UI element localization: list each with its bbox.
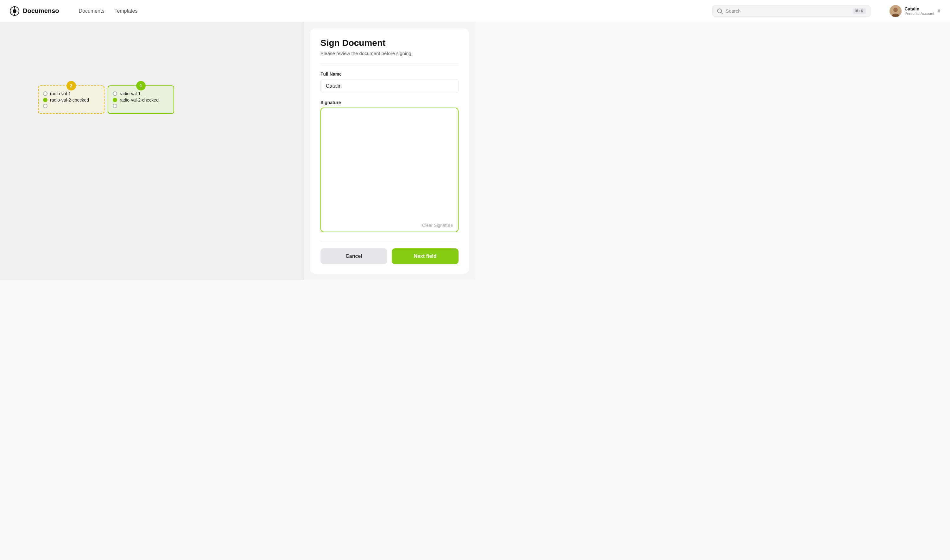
header: Documenso Documents Templates Search ⌘+K… — [0, 0, 475, 22]
radio-label-yellow-1: radio-val-1 — [50, 91, 71, 96]
main-nav: Documents Templates — [75, 6, 141, 16]
radio-option-green-1[interactable]: radio-val-1 — [113, 91, 169, 96]
radio-circle-yellow-2 — [43, 98, 48, 102]
nav-documents[interactable]: Documents — [75, 6, 108, 16]
nav-templates[interactable]: Templates — [111, 6, 141, 16]
signature-box[interactable]: Clear Signature — [321, 108, 458, 232]
radio-label-green-1: radio-val-1 — [120, 91, 140, 96]
field-badge-yellow: 2 — [66, 81, 76, 91]
radio-option-green-3[interactable] — [113, 104, 169, 108]
radio-field-yellow[interactable]: 2 radio-val-1 radio-val-2-checked — [38, 85, 105, 114]
full-name-input[interactable] — [321, 79, 458, 93]
cancel-button[interactable]: Cancel — [321, 248, 387, 264]
clear-signature-button[interactable]: Clear Signature — [422, 223, 453, 228]
svg-point-1 — [13, 9, 17, 13]
radio-circle-yellow-3 — [43, 104, 48, 108]
signature-label: Signature — [321, 100, 458, 105]
logo-icon — [9, 6, 20, 16]
radio-option-yellow-2[interactable]: radio-val-2-checked — [43, 97, 99, 103]
radio-label-yellow-2: radio-val-2-checked — [50, 97, 89, 103]
radio-circle-green-3 — [113, 104, 117, 108]
sign-card: Sign Document Please review the document… — [310, 28, 469, 274]
radio-option-yellow-1[interactable]: radio-val-1 — [43, 91, 99, 96]
logo-text: Documenso — [23, 7, 59, 15]
radio-option-green-2[interactable]: radio-val-2-checked — [113, 97, 169, 103]
sign-subtitle: Please review the document before signin… — [321, 51, 458, 56]
logo[interactable]: Documenso — [9, 6, 59, 16]
main-layout: 2 radio-val-1 radio-val-2-checked 1 — [0, 22, 475, 280]
document-area: 2 radio-val-1 radio-val-2-checked 1 — [0, 22, 304, 280]
radio-field-green[interactable]: 1 radio-val-1 radio-val-2-checked — [108, 85, 174, 114]
right-panel: Sign Document Please review the document… — [304, 22, 475, 280]
action-buttons: Cancel Next field — [321, 242, 458, 264]
field-badge-green: 1 — [136, 81, 146, 91]
radio-circle-green-2 — [113, 98, 117, 102]
doc-canvas: 2 radio-val-1 radio-val-2-checked 1 — [0, 22, 304, 280]
sign-title: Sign Document — [321, 38, 458, 48]
radio-circle-green-1 — [113, 91, 117, 96]
radio-label-green-2: radio-val-2-checked — [120, 97, 159, 103]
radio-circle-yellow-1 — [43, 91, 48, 96]
radio-option-yellow-3[interactable] — [43, 104, 99, 108]
full-name-label: Full Name — [321, 71, 458, 77]
next-field-button[interactable]: Next field — [392, 248, 458, 264]
